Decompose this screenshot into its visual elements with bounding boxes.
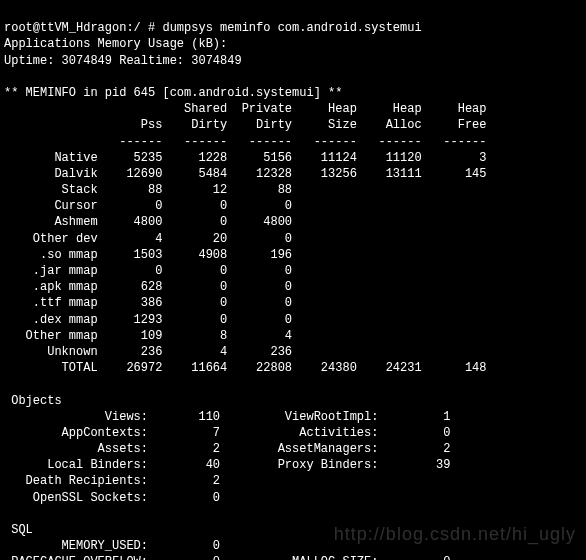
watermark-text: http://blog.csdn.net/hi_ugly <box>334 522 576 546</box>
terminal-output: root@ttVM_Hdragon:/ # dumpsys meminfo co… <box>4 21 486 560</box>
